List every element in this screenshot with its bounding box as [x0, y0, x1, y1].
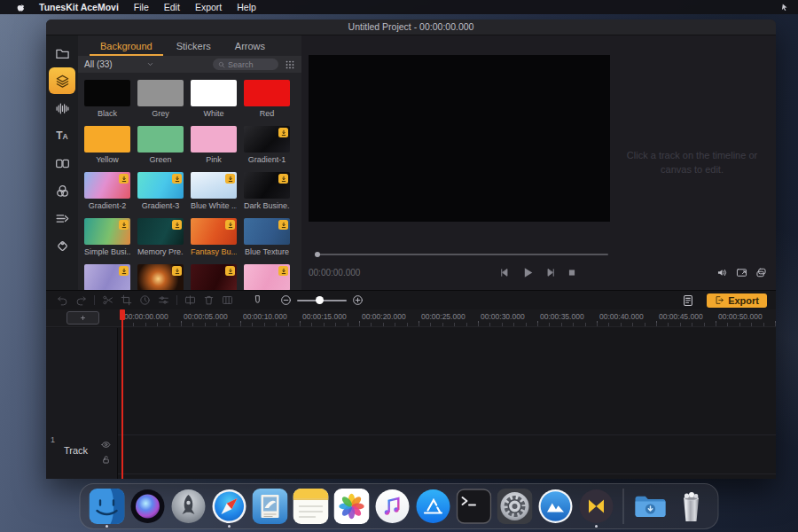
thumbnail-memory-pre[interactable]: Memory Pre... [137, 218, 191, 256]
thumbnail-pink[interactable]: Pink [191, 126, 244, 164]
playhead-flag[interactable] [120, 309, 125, 320]
dock-launchpad-icon[interactable] [170, 488, 207, 525]
thumbnail-yellow[interactable]: Yellow [84, 126, 137, 164]
thumbnail-blue-white[interactable]: Blue White ... [191, 172, 244, 210]
category-dropdown-value: All (33) [84, 59, 113, 69]
thumbnail-swatch [191, 126, 237, 153]
zoom-slider[interactable] [297, 300, 347, 301]
split-clip-icon[interactable] [184, 294, 196, 306]
menu-extra-cursor-icon[interactable] [780, 3, 789, 12]
tab-arrows[interactable]: Arrows [235, 41, 265, 53]
delete-icon[interactable] [203, 294, 215, 306]
track-lock-icon[interactable] [101, 455, 111, 465]
dock-finder-icon[interactable] [89, 488, 126, 525]
marker-icon[interactable] [253, 293, 262, 305]
adjust-icon[interactable] [158, 294, 169, 306]
thumbnail-gradient-3[interactable]: Gradient-3 [137, 172, 191, 210]
thumbnail-label: Blue Texture [244, 247, 290, 256]
thumbnail-swatch [137, 264, 184, 290]
next-frame-icon[interactable] [544, 267, 556, 278]
sidebar-item-elements[interactable] [49, 232, 75, 259]
crop-icon[interactable] [121, 294, 132, 306]
sidebar-item-audio[interactable] [49, 95, 75, 121]
dock-acemovi-icon[interactable] [578, 488, 615, 525]
thumbnail-swatch [244, 218, 290, 245]
thumbnail-red[interactable]: Red [244, 80, 297, 118]
play-icon[interactable] [520, 265, 535, 280]
menu-item-file[interactable]: File [134, 2, 149, 12]
menu-item-help[interactable]: Help [237, 2, 256, 12]
dock-app-cleaner-icon[interactable] [537, 488, 575, 525]
zoom-in-icon[interactable] [352, 294, 364, 306]
sidebar-item-media[interactable] [49, 40, 75, 66]
split-icon [55, 156, 70, 171]
dock-terminal-icon[interactable] [456, 488, 493, 525]
thumbnail-black[interactable]: Black [84, 80, 137, 118]
seek-handle[interactable] [315, 252, 320, 257]
sidebar-item-transitions[interactable] [49, 205, 75, 231]
sidebar-item-backgrounds[interactable] [49, 67, 75, 94]
undo-icon[interactable] [57, 294, 68, 306]
thumbnail-item[interactable] [244, 264, 297, 290]
dock-system-preferences-icon[interactable] [497, 488, 534, 525]
thumbnail-item[interactable] [137, 264, 191, 290]
dock-notes-icon[interactable] [293, 488, 330, 525]
app-menu-title[interactable]: TunesKit AceMovi [39, 2, 119, 12]
dock-itunes-icon[interactable] [374, 488, 411, 525]
thumbnail-gradient-1[interactable]: Gradient-1 [244, 126, 297, 164]
timeline-ruler[interactable]: 00:00:00.00000:00:05.00000:00:10.00000:0… [46, 309, 776, 327]
canvas-hint: Click a track on the timeline or canvas … [610, 148, 774, 176]
prev-frame-icon[interactable] [498, 267, 510, 278]
sidebar-item-split-screen[interactable] [49, 150, 75, 176]
thumbnail-blue-texture[interactable]: Blue Texture [244, 218, 297, 256]
grid-view-icon[interactable] [285, 59, 295, 70]
search-input[interactable]: Search [213, 59, 278, 70]
track-name: Track [64, 445, 88, 456]
dock-safari-icon[interactable] [211, 488, 248, 525]
volume-icon[interactable] [716, 267, 728, 278]
dock-trash-icon[interactable] [673, 488, 710, 525]
thumbnail-grey[interactable]: Grey [137, 80, 191, 118]
thumbnail-simple-busi[interactable]: Simple Busi... [84, 218, 137, 256]
zoom-fit-icon[interactable] [222, 294, 233, 306]
sidebar-item-text[interactable]: TA [49, 122, 75, 149]
cut-icon[interactable] [102, 294, 113, 306]
add-track-button[interactable] [66, 311, 99, 325]
zoom-in-slot [352, 294, 364, 306]
tab-stickers[interactable]: Stickers [176, 41, 211, 53]
project-notes-icon[interactable] [682, 294, 694, 307]
thumbnail-white[interactable]: White [191, 80, 244, 118]
redo-icon[interactable] [75, 294, 87, 306]
menu-item-edit[interactable]: Edit [164, 2, 180, 12]
dock-siri-icon[interactable] [129, 488, 167, 525]
dock-downloads-icon[interactable] [632, 488, 669, 525]
copies-icon[interactable] [755, 267, 767, 278]
thumbnail-label: Fantasy Bu... [191, 247, 237, 256]
thumbnail-dark-busine[interactable]: Dark Busine... [244, 172, 297, 210]
track-visibility-eye-icon[interactable] [101, 440, 111, 450]
dock-app-store-icon[interactable] [415, 488, 452, 525]
fit-screen-icon[interactable] [736, 267, 747, 278]
sidebar-item-filters[interactable] [49, 177, 75, 204]
thumbnail-item[interactable] [191, 264, 244, 290]
tab-background[interactable]: Background [100, 41, 153, 53]
export-button[interactable]: Export [707, 293, 767, 308]
thumbnail-gradient-2[interactable]: Gradient-2 [84, 172, 137, 210]
dock-photos-icon[interactable] [333, 488, 371, 525]
thumbnail-item[interactable] [84, 264, 137, 290]
menu-item-export[interactable]: Export [195, 2, 222, 12]
category-dropdown[interactable]: All (33) [84, 59, 154, 69]
thumbnail-swatch [137, 126, 184, 153]
speed-icon[interactable] [139, 294, 151, 306]
monitor-buttons [716, 267, 767, 278]
apple-menu-icon[interactable] [16, 3, 26, 12]
thumbnail-fantasy-bu[interactable]: Fantasy Bu... [191, 218, 244, 256]
playhead-line[interactable] [121, 309, 123, 479]
preview-canvas [309, 55, 610, 222]
seek-slider[interactable] [316, 254, 608, 255]
dock-mail-icon[interactable] [252, 488, 289, 525]
thumbnail-green[interactable]: Green [137, 126, 191, 164]
zoom-slider-handle[interactable] [316, 296, 324, 304]
stop-icon[interactable] [566, 267, 577, 278]
zoom-out-icon[interactable] [280, 294, 292, 306]
